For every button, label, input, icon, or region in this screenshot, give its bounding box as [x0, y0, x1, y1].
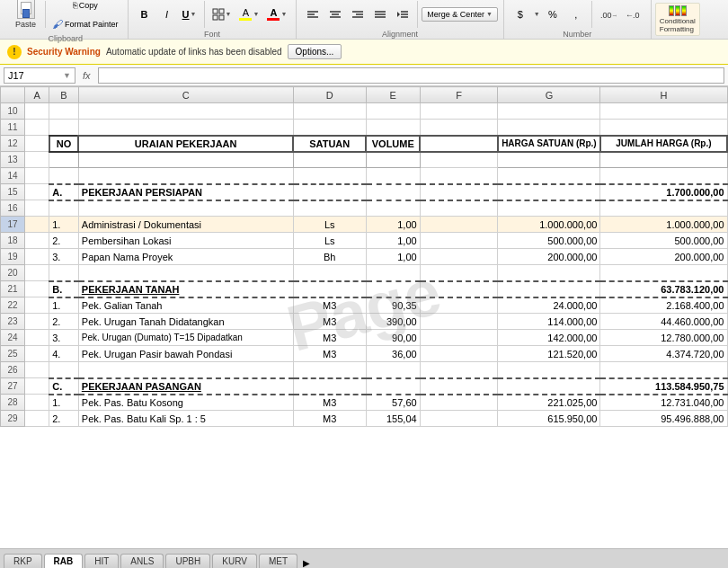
svg-text:.00: .00: [600, 11, 612, 20]
font-section: B I U ▼ ▼: [129, 0, 297, 39]
row-number: 18: [1, 233, 25, 249]
sheet-tab-met[interactable]: MET: [259, 554, 297, 568]
svg-rect-2: [213, 15, 218, 20]
fill-color-button[interactable]: A ▼: [235, 4, 262, 24]
table-row: 20: [1, 265, 728, 281]
font-color-dropdown[interactable]: ▼: [280, 11, 287, 17]
alignment-section: Merge & Center ▼ Alignment: [297, 0, 503, 39]
underline-dropdown[interactable]: ▼: [191, 11, 197, 17]
formula-input[interactable]: [98, 67, 724, 84]
row-number: 13: [1, 152, 25, 168]
more-sheets-icon[interactable]: ▶: [303, 558, 310, 568]
col-header-d[interactable]: D: [293, 87, 366, 103]
percent-button[interactable]: %: [542, 4, 564, 24]
alignment-group: Merge & Center ▼ Alignment: [302, 1, 497, 39]
borders-button[interactable]: ▼: [209, 4, 235, 24]
increase-decimal-button[interactable]: .00→: [597, 4, 620, 24]
svg-marker-19: [397, 12, 400, 17]
font-color-button[interactable]: A ▼: [263, 4, 290, 24]
clipboard-label: Clipboard: [49, 34, 84, 43]
sheet-tab-upbh[interactable]: UPBH: [165, 554, 210, 568]
table-row: 19 3. Papan Nama Proyek Bh 1,00 200.000,…: [1, 249, 728, 265]
sheet-tab-rkp[interactable]: RKP: [4, 554, 42, 568]
paste-button[interactable]: Paste: [9, 0, 42, 31]
format-painter-button[interactable]: 🖌 Format Painter: [49, 16, 122, 32]
row-number: 23: [1, 314, 25, 330]
table-row: 16: [1, 200, 728, 217]
table-row: 17 1. Administrasi / Dokumentasi Ls 1,00…: [1, 217, 728, 233]
col-header-a[interactable]: A: [25, 87, 49, 103]
clipboard-group: Paste ⎘ Copy 🖌 Format Painter Clipboard: [9, 0, 122, 43]
table-row: 24 3. Pek. Urugan (Dumato) T=15 Dipadatk…: [1, 330, 728, 346]
table-row: 26: [1, 362, 728, 378]
clipboard-section: Paste ⎘ Copy 🖌 Format Painter Clipboard: [4, 0, 129, 39]
merge-dropdown[interactable]: ▼: [486, 11, 493, 17]
underline-button[interactable]: U ▼: [179, 4, 200, 24]
bold-button[interactable]: B: [134, 4, 155, 24]
italic-button[interactable]: I: [156, 4, 178, 24]
merge-center-button[interactable]: Merge & Center ▼: [422, 7, 497, 22]
justify-button[interactable]: [369, 4, 391, 24]
table-row: 10: [1, 103, 728, 120]
comma-button[interactable]: ,: [565, 4, 587, 24]
number-row: $ ▼ % , .00→ ←.0: [510, 1, 645, 28]
table-row: 21 B. PEKERJAAN TANAH 63.783.120,00: [1, 281, 728, 297]
cell-ref-dropdown[interactable]: ▼: [63, 71, 71, 80]
col-header-e[interactable]: E: [366, 87, 420, 103]
row-number: 27: [1, 378, 25, 395]
col-header-h[interactable]: H: [600, 87, 727, 103]
cell-reference-box[interactable]: J17 ▼: [4, 67, 75, 84]
col-header-f[interactable]: F: [420, 87, 498, 103]
security-title: Security Warning: [27, 47, 101, 57]
currency-button[interactable]: $: [510, 4, 531, 24]
separator3: [591, 1, 592, 28]
sheet-tab-kurv[interactable]: KURV: [212, 554, 257, 568]
security-options-button[interactable]: Options...: [288, 44, 342, 59]
indent-button[interactable]: [392, 4, 413, 24]
row-number: 29: [1, 411, 25, 427]
svg-text:.0: .0: [633, 11, 640, 20]
security-warning-icon: !: [7, 45, 22, 59]
row-number: 15: [1, 184, 25, 200]
conditional-section: ConditionalFormatting: [652, 3, 704, 36]
fill-dropdown[interactable]: ▼: [253, 11, 259, 17]
row-number: 12: [1, 136, 25, 152]
align-center-icon: [329, 9, 342, 20]
sheet-tab-rab[interactable]: RAB: [44, 554, 84, 568]
copy-button[interactable]: ⎘ Copy: [49, 0, 122, 15]
number-group: $ ▼ % , .00→ ←.0 Number: [510, 1, 645, 39]
row-number: 14: [1, 168, 25, 184]
toolbar: Paste ⎘ Copy 🖌 Format Painter Clipboard: [0, 0, 728, 40]
row-number: 20: [1, 265, 25, 281]
row-number: 26: [1, 362, 25, 378]
align-right-icon: [351, 9, 364, 20]
alignment-row: Merge & Center ▼: [302, 1, 497, 28]
col-header-g[interactable]: G: [498, 87, 600, 103]
col-header-b[interactable]: B: [49, 87, 79, 103]
fx-icon: fx: [79, 70, 94, 81]
fill-icon: A: [239, 7, 252, 21]
table-row: 28 1. Pek. Pas. Batu Kosong M3 57,60 221…: [1, 395, 728, 411]
borders-dropdown[interactable]: ▼: [226, 11, 232, 17]
column-header-row: A B C D E F G H: [1, 87, 728, 103]
font-label: Font: [204, 30, 220, 39]
decrease-decimal-button[interactable]: ←.0: [622, 4, 645, 24]
col-header-c[interactable]: C: [78, 87, 293, 103]
spreadsheet-container: Page A B C D E F G H 10: [0, 86, 728, 548]
align-left-icon: [306, 9, 319, 20]
corner-header: [1, 87, 25, 103]
conditional-format-button[interactable]: ConditionalFormatting: [655, 3, 700, 36]
table-row: 12 NO URAIAN PEKERJAAN SATUAN VOLUME HAR…: [1, 136, 728, 152]
formula-bar: J17 ▼ fx: [0, 65, 728, 86]
align-left-button[interactable]: [302, 4, 324, 24]
sheet-tab-hit[interactable]: HIT: [84, 554, 119, 568]
currency-dropdown[interactable]: ▼: [534, 11, 540, 17]
sheet-tab-anls[interactable]: ANLS: [120, 554, 164, 568]
table-row: 23 2. Pek. Urugan Tanah Didatangkan M3 3…: [1, 314, 728, 330]
row-number: 10: [1, 103, 25, 120]
table-row: 27 C. PEKERJAAN PASANGAN 113.584.950,75: [1, 378, 728, 395]
align-center-button[interactable]: [324, 4, 346, 24]
align-right-button[interactable]: [347, 4, 368, 24]
table-row: 18 2. Pembersihan Lokasi Ls 1,00 500.000…: [1, 233, 728, 249]
borders-icon: [212, 8, 225, 21]
